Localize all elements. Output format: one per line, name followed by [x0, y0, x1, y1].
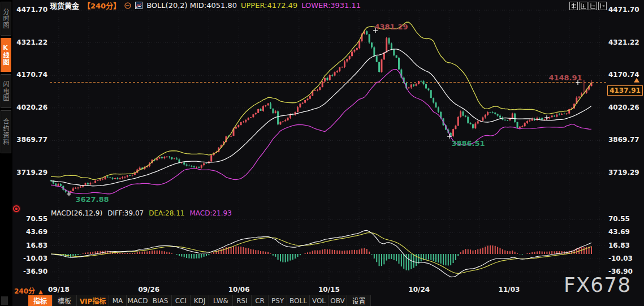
price-annotation-swing-high: 4148.91 — [548, 74, 582, 82]
macd-axis-label: 16.83 — [15, 242, 47, 249]
candle-body — [339, 67, 340, 71]
sidebar-tab-time-share-chart[interactable]: 分时图 — [1, 2, 11, 36]
candle-body — [114, 178, 116, 179]
toolbar-item-cci[interactable]: CCI — [172, 295, 191, 306]
toolbar-item-templates[interactable]: 模板 — [53, 295, 77, 306]
y-axis-label: 4321.22 — [608, 38, 641, 46]
toolbar-item-boll[interactable]: BOLL — [287, 295, 310, 306]
candle-body — [70, 191, 71, 192]
mini-chart-icon[interactable] — [135, 2, 142, 9]
triangle-up-icon: ▲ — [38, 288, 43, 295]
candle-body — [248, 118, 249, 120]
candle-body — [487, 112, 489, 115]
candle-body — [470, 123, 472, 124]
toolbar-item-ma[interactable]: MA — [109, 295, 127, 306]
candle-body — [94, 180, 96, 183]
candle-body — [331, 75, 333, 76]
candle-body — [85, 183, 87, 186]
candle-body — [425, 84, 427, 89]
x-axis-label: 10/06 — [223, 286, 255, 294]
candle-body — [329, 75, 331, 80]
boll-upper-line — [51, 22, 591, 179]
toolbar-item-vol[interactable]: VOL — [310, 295, 329, 306]
period-selector[interactable]: 240分▲ — [14, 286, 43, 295]
candle-body — [279, 122, 281, 124]
candle-body — [72, 188, 74, 191]
candle-body — [356, 48, 358, 50]
sidebar-tab-flash-chart[interactable]: 闪电图 — [1, 74, 11, 108]
candle-body — [183, 162, 185, 165]
chart-canvas[interactable] — [0, 0, 644, 306]
fit-horizontal-icon[interactable] — [589, 2, 597, 10]
candle-body — [376, 56, 378, 62]
candle-body — [381, 59, 382, 72]
candle-body — [504, 120, 506, 120]
candle-body — [497, 114, 499, 115]
alert-dot-icon[interactable] — [13, 205, 20, 212]
candle-body — [122, 177, 123, 178]
candle-body — [324, 78, 326, 82]
fit-vertical-icon[interactable] — [579, 2, 587, 10]
toolbar-item-macd[interactable]: MACD — [127, 295, 149, 306]
candle-body — [100, 179, 101, 180]
candle-body — [289, 115, 291, 118]
boll-mid-readout: BOLL(20,2) MID:4051.80 — [146, 1, 237, 10]
toolbar-item-cr[interactable]: CR — [252, 295, 269, 306]
price-annotation-swing-low: 3627.88 — [75, 195, 109, 204]
candle-body — [132, 175, 133, 175]
candle-body — [203, 163, 205, 165]
candle-body — [267, 104, 269, 105]
candle-body — [89, 183, 91, 185]
candle-body — [438, 107, 439, 112]
candle-body — [529, 120, 530, 121]
candle-body — [460, 111, 461, 117]
toolbar-item-indicators[interactable]: 指标 — [28, 295, 53, 306]
candle-body — [512, 114, 513, 119]
toolbar-item-vip-indicators[interactable]: VIP指标 — [77, 295, 109, 306]
candle-body — [554, 115, 555, 117]
candle-body — [270, 104, 271, 109]
candle-body — [77, 188, 79, 188]
toolbar-item-settings[interactable]: 设置 — [347, 295, 371, 306]
candle-body — [275, 111, 276, 113]
toolbar-item-lwr[interactable]: LW& — [209, 295, 233, 306]
toolbar-item-bias[interactable]: BIAS — [149, 295, 172, 306]
macd-axis-label: -36.90 — [15, 268, 47, 275]
candle-body — [349, 56, 351, 59]
candle-body — [265, 105, 266, 106]
sidebar-tab-kline-chart[interactable]: K线图 — [1, 38, 11, 72]
candle-body — [139, 167, 141, 169]
toolbar-item-psy[interactable]: PSY — [269, 295, 287, 306]
candle-body — [206, 163, 208, 164]
candle-body — [260, 109, 262, 111]
candle-body — [455, 126, 456, 129]
minus-circle-icon[interactable] — [124, 2, 131, 9]
crosshair-tool-icon[interactable] — [569, 2, 578, 10]
candle-body — [255, 113, 257, 115]
candle-body — [353, 50, 355, 51]
candle-body — [452, 129, 454, 136]
pan-right-icon[interactable] — [598, 2, 607, 10]
toolbar-item-kdj[interactable]: KDJ — [191, 295, 209, 306]
macd-axis-label: 70.55 — [15, 215, 47, 223]
candle-body — [398, 58, 400, 70]
candle-body — [541, 118, 543, 120]
candle-body — [477, 121, 479, 123]
candle-body — [127, 175, 128, 177]
candle-body — [413, 84, 414, 85]
x-axis-label: 10/15 — [313, 286, 345, 294]
sidebar-tab-contract-info[interactable]: 合约资料 — [1, 110, 11, 153]
candle-body — [391, 44, 392, 49]
candle-body — [171, 157, 172, 159]
toolbar-item-obv[interactable]: OBV — [329, 295, 347, 306]
toolbar-item-rsi[interactable]: RSI — [233, 295, 252, 306]
macd-header: MACD(26,12,9) DIFF:39.07 DEA:28.11 MACD:… — [51, 209, 232, 217]
candle-body — [240, 122, 242, 125]
candle-body — [369, 35, 370, 43]
candle-body — [482, 118, 483, 121]
sidebar-footer — [1, 296, 8, 305]
candle-body — [191, 166, 192, 167]
candle-body — [371, 42, 373, 47]
macd-axis-label: -10.03 — [608, 255, 641, 262]
candle-body — [210, 155, 212, 161]
